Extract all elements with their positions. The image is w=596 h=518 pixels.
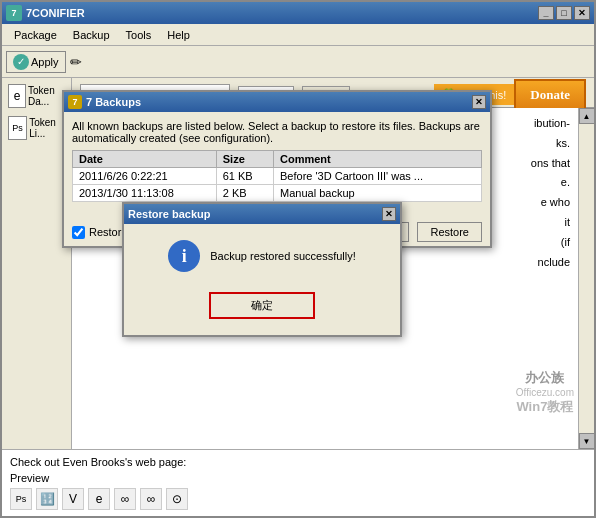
menu-bar: Package Backup Tools Help: [2, 24, 594, 46]
window-controls: _ □ ✕: [538, 6, 590, 20]
restore-dialog-titlebar: Restore backup ✕: [124, 204, 400, 224]
bottom-link-label: Check out Even Brooks's web page:: [10, 456, 586, 468]
backups-dialog-title: 7 Backups: [86, 96, 141, 108]
restore-dialog-title: Restore backup: [128, 208, 211, 220]
backup-comment-0: Before '3D Cartoon III' was ...: [274, 168, 482, 185]
backups-table: Date Size Comment 2011/6/26 0:22:21 61 K…: [72, 150, 482, 202]
sidebar-label-1: Token Li...: [29, 117, 65, 139]
bottom-icon-circle[interactable]: ⊙: [166, 488, 188, 510]
watermark-text2: Officezu.com: [516, 387, 574, 398]
backup-row-0[interactable]: 2011/6/26 0:22:21 61 KB Before '3D Carto…: [73, 168, 482, 185]
col-date: Date: [73, 151, 217, 168]
sidebar-item-1[interactable]: Ps Token Li...: [6, 114, 67, 142]
restore-dialog-content: i Backup restored successfully! 确定: [124, 224, 400, 335]
app-title: 7CONIFIER: [26, 7, 538, 19]
backup-date-1: 2013/1/30 11:13:08: [73, 185, 217, 202]
watermark-text3: Win7教程: [516, 398, 574, 416]
close-button[interactable]: ✕: [574, 6, 590, 20]
sidebar-label-0: Token Da...: [28, 85, 65, 107]
bottom-preview-label: Preview: [10, 472, 586, 484]
backup-size-0: 61 KB: [216, 168, 273, 185]
apply-label: Apply: [31, 56, 59, 68]
scroll-up-button[interactable]: ▲: [579, 108, 595, 124]
restore-dialog: Restore backup ✕ i Backup restored succe…: [122, 202, 402, 337]
backup-size-1: 2 KB: [216, 185, 273, 202]
restore-message-row: i Backup restored successfully!: [168, 240, 356, 272]
bottom-icons-row: Ps 🔢 V e ∞ ∞ ⊙: [10, 488, 586, 510]
main-window: 7 7CONIFIER _ □ ✕ Package Backup Tools H…: [0, 0, 596, 518]
backups-dialog-titlebar: 7 7 Backups ✕: [64, 92, 490, 112]
apply-icon: ✓: [13, 54, 29, 70]
bottom-icon-infinity[interactable]: ∞: [114, 488, 136, 510]
watermark-text1: 办公族: [516, 369, 574, 387]
menu-package[interactable]: Package: [6, 27, 65, 43]
scroll-bar[interactable]: ▲ ▼: [578, 108, 594, 449]
backups-dialog-icon: 7: [68, 95, 82, 109]
pencil-icon: ✏: [70, 54, 82, 70]
bottom-icon-calculator[interactable]: 🔢: [36, 488, 58, 510]
app-icon: 7: [6, 5, 22, 21]
backups-description: All known backups are listed below. Sele…: [72, 120, 482, 144]
restore-message: Backup restored successfully!: [210, 250, 356, 262]
menu-help[interactable]: Help: [159, 27, 198, 43]
toolbar: ✓ Apply ✏: [2, 46, 594, 78]
backups-dialog-close[interactable]: ✕: [472, 95, 486, 109]
maximize-button[interactable]: □: [556, 6, 572, 20]
title-bar: 7 7CONIFIER _ □ ✕: [2, 2, 594, 24]
bottom-icon-ps[interactable]: Ps: [10, 488, 32, 510]
minimize-button[interactable]: _: [538, 6, 554, 20]
restore-dialog-close[interactable]: ✕: [382, 207, 396, 221]
backup-date-0: 2011/6/26 0:22:21: [73, 168, 217, 185]
restore-button[interactable]: Restore: [417, 222, 482, 242]
bottom-icon-infinity2[interactable]: ∞: [140, 488, 162, 510]
backup-comment-1: Manual backup: [274, 185, 482, 202]
info-icon: i: [168, 240, 200, 272]
bottom-icon-v[interactable]: V: [62, 488, 84, 510]
sidebar-icon-1: Ps: [8, 116, 27, 140]
bottom-section: Check out Even Brooks's web page: Previe…: [2, 449, 594, 516]
restore-existing-checkbox[interactable]: [72, 226, 85, 239]
menu-tools[interactable]: Tools: [118, 27, 160, 43]
donate-button[interactable]: Donate: [514, 79, 586, 111]
apply-button[interactable]: ✓ Apply: [6, 51, 66, 73]
watermark: 办公族 Officezu.com Win7教程: [516, 369, 574, 416]
sidebar-icon-0: e: [8, 84, 26, 108]
bottom-icon-e[interactable]: e: [88, 488, 110, 510]
sidebar-item-0[interactable]: e Token Da...: [6, 82, 67, 110]
col-size: Size: [216, 151, 273, 168]
scroll-down-button[interactable]: ▼: [579, 433, 595, 449]
menu-backup[interactable]: Backup: [65, 27, 118, 43]
col-comment: Comment: [274, 151, 482, 168]
backup-row-1[interactable]: 2013/1/30 11:13:08 2 KB Manual backup: [73, 185, 482, 202]
ok-button[interactable]: 确定: [209, 292, 315, 319]
